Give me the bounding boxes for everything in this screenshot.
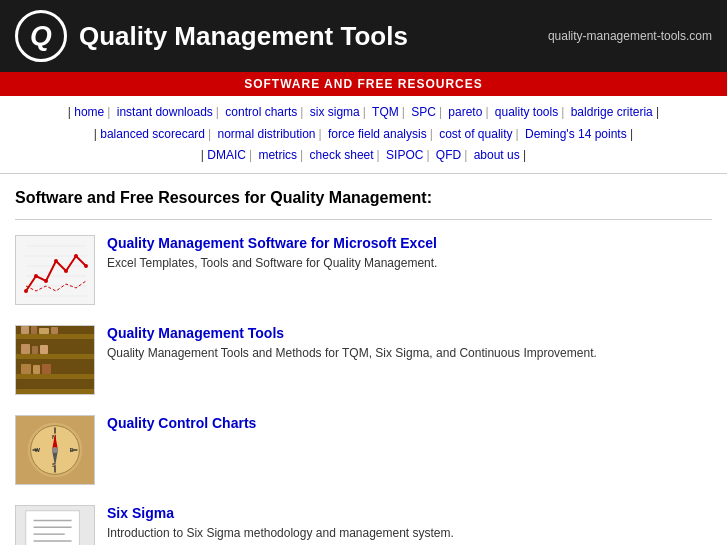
list-item: Σ 6σ Six Sigma Introduction to Six Sigma… [15, 505, 712, 545]
nav-cost-of-quality[interactable]: cost of quality [439, 127, 512, 141]
svg-rect-27 [33, 365, 40, 374]
svg-rect-0 [16, 236, 95, 305]
nav-quality-tools[interactable]: quality tools [495, 105, 558, 119]
svg-rect-28 [42, 364, 51, 374]
svg-rect-15 [16, 334, 95, 339]
nav-qfd[interactable]: QFD [436, 148, 461, 162]
svg-rect-20 [31, 326, 37, 334]
svg-point-12 [74, 254, 78, 258]
nav-sep-row2-end: | [630, 127, 633, 141]
svg-rect-22 [51, 327, 58, 334]
item-desc-excel: Excel Templates, Tools and Software for … [107, 255, 437, 272]
nav-spc[interactable]: SPC [411, 105, 436, 119]
svg-point-8 [34, 274, 38, 278]
svg-rect-17 [16, 374, 95, 379]
svg-point-7 [24, 289, 28, 293]
item-link-excel[interactable]: Quality Management Software for Microsof… [107, 235, 437, 251]
nav-sep-row3-end: | [523, 148, 526, 162]
divider [15, 219, 712, 220]
nav-balanced-scorecard[interactable]: balanced scorecard [100, 127, 205, 141]
nav-sep-end: | [656, 105, 659, 119]
item-title-sigma: Six Sigma [107, 505, 454, 521]
nav-force-field[interactable]: force field analysis [328, 127, 427, 141]
item-desc-tools: Quality Management Tools and Methods for… [107, 345, 597, 362]
list-item: Quality Management Tools Quality Managem… [15, 325, 712, 395]
svg-rect-23 [21, 344, 30, 354]
nav-instant-downloads[interactable]: instant downloads [117, 105, 213, 119]
list-item: N S E W Quality Control Charts [15, 415, 712, 485]
logo-icon: Q [15, 10, 67, 62]
svg-text:E: E [70, 447, 74, 453]
thumbnail-charts: N S E W [15, 415, 95, 485]
site-header: Q Quality Management Tools quality-manag… [0, 0, 727, 72]
nav-metrics[interactable]: metrics [258, 148, 297, 162]
nav-check-sheet[interactable]: check sheet [310, 148, 374, 162]
navigation: | home| instant downloads| control chart… [0, 96, 727, 174]
item-link-sigma[interactable]: Six Sigma [107, 505, 174, 521]
svg-point-13 [84, 264, 88, 268]
item-text-tools: Quality Management Tools Quality Managem… [107, 325, 597, 362]
nav-normal-distribution[interactable]: normal distribution [217, 127, 315, 141]
thumbnail-excel [15, 235, 95, 305]
nav-baldrige[interactable]: baldrige criteria [571, 105, 653, 119]
svg-point-10 [54, 259, 58, 263]
site-domain: quality-management-tools.com [548, 29, 712, 43]
thumbnail-sigma: Σ 6σ [15, 505, 95, 545]
nav-deming[interactable]: Deming's 14 points [525, 127, 627, 141]
nav-dmaic[interactable]: DMAIC [207, 148, 246, 162]
nav-home[interactable]: home [74, 105, 104, 119]
item-link-charts[interactable]: Quality Control Charts [107, 415, 256, 431]
nav-six-sigma[interactable]: six sigma [310, 105, 360, 119]
thumbnail-tools [15, 325, 95, 395]
main-content: Software and Free Resources for Quality … [0, 174, 727, 545]
item-title-charts: Quality Control Charts [107, 415, 256, 431]
svg-rect-18 [16, 389, 95, 394]
banner: SOFTWARE AND FREE RESOURCES [0, 72, 727, 96]
svg-point-9 [44, 279, 48, 283]
svg-rect-19 [21, 326, 29, 334]
svg-point-42 [52, 447, 58, 453]
svg-rect-21 [39, 328, 49, 334]
item-desc-sigma: Introduction to Six Sigma methodology an… [107, 525, 454, 542]
svg-rect-26 [21, 364, 31, 374]
nav-tqm[interactable]: TQM [372, 105, 399, 119]
item-text-sigma: Six Sigma Introduction to Six Sigma meth… [107, 505, 454, 542]
logo-area: Q Quality Management Tools [15, 10, 408, 62]
list-item: Quality Management Software for Microsof… [15, 235, 712, 305]
svg-text:W: W [35, 447, 41, 453]
item-title-excel: Quality Management Software for Microsof… [107, 235, 437, 251]
nav-pareto[interactable]: pareto [448, 105, 482, 119]
site-title: Quality Management Tools [79, 21, 408, 52]
svg-rect-25 [40, 345, 48, 354]
item-link-tools[interactable]: Quality Management Tools [107, 325, 284, 341]
nav-control-charts[interactable]: control charts [225, 105, 297, 119]
item-title-tools: Quality Management Tools [107, 325, 597, 341]
nav-about[interactable]: about us [474, 148, 520, 162]
nav-sipoc[interactable]: SIPOC [386, 148, 423, 162]
page-heading: Software and Free Resources for Quality … [15, 189, 712, 207]
item-text-excel: Quality Management Software for Microsof… [107, 235, 437, 272]
svg-rect-24 [32, 346, 38, 354]
svg-point-11 [64, 269, 68, 273]
svg-rect-16 [16, 354, 95, 359]
item-text-charts: Quality Control Charts [107, 415, 256, 435]
